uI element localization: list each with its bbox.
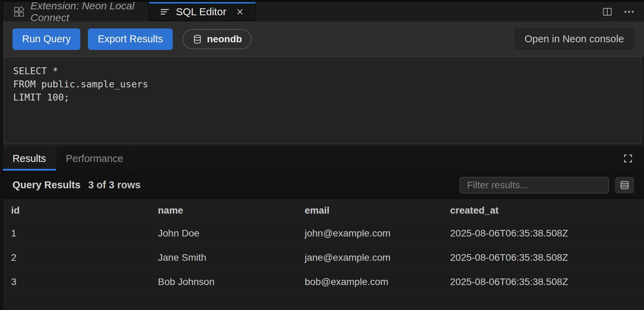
view-mode-button[interactable] [615, 177, 634, 193]
cell-created-at: 2025-08-06T06:35:38.508Z [442, 252, 644, 263]
cell-id: 3 [3, 276, 150, 287]
sql-editor-window: Extension: Neon Local Connect SQL Editor [0, 0, 644, 310]
tab-sql-editor[interactable]: SQL Editor [149, 2, 256, 21]
rows-icon [619, 179, 630, 191]
tab-label: SQL Editor [176, 6, 226, 18]
filter-results-input[interactable] [459, 177, 609, 193]
column-header-created-at: created_at [442, 205, 644, 216]
sql-code-editor[interactable]: SELECT * FROM public.sample_users LIMIT … [4, 57, 641, 144]
database-selector[interactable]: neondb [182, 29, 252, 49]
cell-id: 2 [3, 252, 150, 263]
results-tab-bar: Results Performance [3, 146, 644, 171]
cell-id: 1 [3, 228, 150, 239]
editor-tab-bar: Extension: Neon Local Connect SQL Editor [3, 0, 644, 21]
code-line: FROM public.sample_users [13, 78, 634, 91]
row-count-badge: 3 of 3 rows [88, 179, 141, 191]
close-icon[interactable] [235, 7, 245, 17]
table-row[interactable]: 3 Bob Johnson bob@example.com 2025-08-06… [3, 270, 644, 294]
cell-name: Jane Smith [150, 252, 296, 263]
cell-created-at: 2025-08-06T06:35:38.508Z [442, 276, 644, 287]
query-results-title: Query Results [12, 179, 81, 191]
list-icon [159, 6, 170, 17]
column-header-email: email [296, 205, 442, 216]
table-empty-area [3, 294, 644, 310]
split-editor-icon[interactable] [602, 6, 613, 17]
column-header-name: name [150, 205, 296, 216]
cell-name: John Doe [150, 228, 296, 239]
cell-email: bob@example.com [296, 276, 442, 287]
table-row[interactable]: 1 John Doe john@example.com 2025-08-06T0… [3, 221, 644, 246]
expand-icon[interactable] [623, 153, 634, 164]
cell-email: john@example.com [296, 228, 442, 239]
open-in-neon-console-button[interactable]: Open in Neon console [514, 28, 634, 50]
query-results-header: Query Results 3 of 3 rows [3, 171, 644, 199]
results-panel: Results Performance Query Results 3 of 3… [3, 146, 644, 310]
column-header-id: id [3, 205, 150, 216]
cell-name: Bob Johnson [150, 276, 296, 287]
cell-created-at: 2025-08-06T06:35:38.508Z [442, 228, 644, 239]
tab-extension-neon-local-connect[interactable]: Extension: Neon Local Connect [3, 2, 149, 21]
database-name: neondb [207, 34, 242, 45]
table-header-row: id name email created_at [3, 199, 644, 221]
editor-group-left-edge [0, 0, 3, 310]
export-results-button[interactable]: Export Results [88, 28, 173, 50]
tab-results[interactable]: Results [3, 146, 56, 171]
table-row[interactable]: 2 Jane Smith jane@example.com 2025-08-06… [3, 246, 644, 270]
cell-email: jane@example.com [296, 252, 442, 263]
ellipsis-icon[interactable] [623, 6, 635, 18]
database-icon [192, 34, 203, 44]
run-query-button[interactable]: Run Query [12, 28, 80, 50]
query-toolbar: Run Query Export Results neondb Open in … [3, 21, 644, 57]
code-line: LIMIT 100; [13, 91, 634, 104]
tab-performance[interactable]: Performance [56, 146, 133, 171]
tab-label: Extension: Neon Local Connect [30, 0, 138, 24]
extensions-icon [13, 6, 25, 18]
tab-bar-actions [256, 2, 644, 21]
code-line: SELECT * [13, 64, 634, 78]
